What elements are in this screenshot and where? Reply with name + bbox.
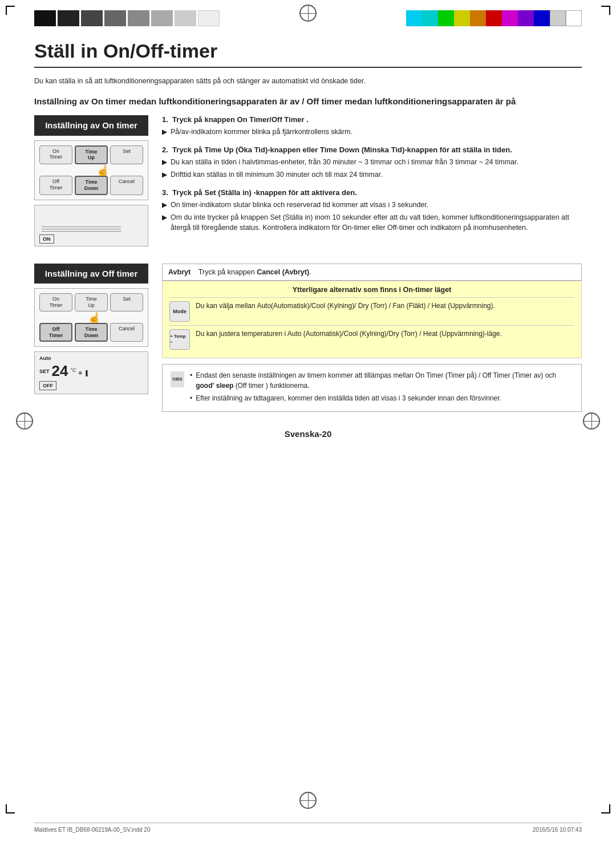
note-item-2: • Efter inställning av tidtagaren, komme… — [190, 393, 573, 403]
set-label: SET — [39, 369, 50, 374]
feature-row-1: Mode Du kan välja mellan Auto(Automatisk… — [169, 297, 574, 322]
auto-row: Auto — [39, 355, 143, 361]
off-timer-buttons-row2: OffTimer TimeDown Cancel — [39, 323, 143, 342]
top-black-bar — [34, 10, 220, 26]
step-1: 1. Tryck på knappen On Timer/Off Timer .… — [162, 115, 582, 137]
compass-top — [299, 5, 317, 22]
temp-icon: + Temp − — [169, 329, 190, 350]
page-title: Ställ in On/Off-timer — [34, 40, 582, 68]
off-timer-right: Avbryt Tryck på knappen Cancel (Avbryt).… — [162, 264, 582, 412]
intro-text: Du kan ställa in så att luftkonditioneri… — [34, 77, 582, 85]
corner-mark-tr — [601, 6, 610, 15]
btn-cancel-2[interactable]: Cancel — [110, 323, 143, 342]
on-label: ON — [39, 234, 54, 244]
step-1-header: 1. Tryck på knappen On Timer/Off Timer . — [162, 115, 582, 124]
avbryt-row: Avbryt Tryck på knappen Cancel (Avbryt). — [162, 264, 582, 281]
feature-2-text: Du kan justera temperaturen i Auto (Auto… — [196, 329, 502, 339]
step-2-bullet-1: ▶ Du kan ställa in tiden i halvtimmas-en… — [162, 157, 582, 168]
on-timer-buttons-row1: OnTimer TimeUp Set — [39, 145, 143, 165]
off-label: OFF — [39, 381, 56, 390]
btn-on-timer-2[interactable]: OnTimer — [39, 293, 72, 311]
arrow-icon-5: ▶ — [162, 213, 167, 233]
on-timer-steps: 1. Tryck på knappen On Timer/Off Timer .… — [162, 115, 582, 246]
on-timer-left: Inställning av On timer OnTimer TimeUp S… — [34, 115, 148, 246]
corner-mark-bl — [6, 804, 15, 813]
arrow-icon-4: ▶ — [162, 200, 167, 211]
note-bullet-1: • — [190, 370, 192, 391]
step-3: 3. Tryck på Set (Ställa in) -knappen för… — [162, 188, 582, 233]
off-timer-display: Auto SET 24 °C ❄ ▐ OFF — [34, 351, 148, 394]
note-item-1: • Endast den senaste inställningen av ti… — [190, 370, 573, 391]
on-timer-remote: OnTimer TimeUp Set ☝ OffTimer TimeDown C… — [34, 140, 148, 200]
section-heading: Inställning av On timer medan luftkondit… — [34, 95, 582, 107]
temp-number: 24 — [52, 362, 68, 380]
mode-icon: Mode — [169, 301, 190, 322]
btn-off-timer-2[interactable]: OffTimer — [39, 323, 72, 342]
avbryt-text: Tryck på knappen Cancel (Avbryt). — [198, 268, 311, 276]
obs-icon: OBS — [171, 371, 184, 387]
arrow-icon-3: ▶ — [162, 170, 167, 180]
off-timer-buttons-row1: OnTimer TimeUp Set — [39, 293, 143, 311]
step-1-bullet-1: ▶ På/av-indikatorn kommer blinka på fjär… — [162, 127, 582, 137]
yellow-box-title: Ytterligare alternativ som finns i On-ti… — [169, 286, 574, 294]
main-content: Ställ in On/Off-timer Du kan ställa in s… — [34, 40, 582, 808]
btn-set[interactable]: Set — [110, 145, 143, 165]
corner-mark-tl — [6, 6, 15, 15]
compass-right — [583, 412, 600, 430]
footer-left: Maldives ET IB_DB68-06219A-00_SV.indd 20 — [34, 827, 150, 833]
feature-row-2: + Temp − Du kan justera temperaturen i A… — [169, 325, 574, 350]
note-box: OBS • Endast den senaste inställningen a… — [162, 364, 582, 412]
note-bullet-2: • — [190, 393, 192, 403]
footer: Maldives ET IB_DB68-06219A-00_SV.indd 20… — [34, 823, 582, 833]
btn-time-up[interactable]: TimeUp — [75, 145, 108, 165]
off-timer-remote: OnTimer TimeUp Set ☝ OffTimer TimeDown C… — [34, 288, 148, 347]
yellow-box: Ytterligare alternativ som finns i On-ti… — [162, 281, 582, 358]
step-3-header: 3. Tryck på Set (Ställa in) -knappen för… — [162, 188, 582, 197]
avbryt-label: Avbryt — [168, 268, 191, 276]
btn-time-down-2[interactable]: TimeDown — [75, 323, 108, 342]
on-timer-section: Inställning av On timer OnTimer TimeUp S… — [34, 115, 582, 246]
page-number: Svenska-20 — [34, 429, 582, 439]
step-3-bullet-2: ▶ Om du inte trycker på knappen Set (Stä… — [162, 213, 582, 233]
btn-cancel-1[interactable]: Cancel — [110, 176, 143, 195]
btn-on-timer[interactable]: OnTimer — [39, 145, 72, 165]
step-2-bullet-2: ▶ Drifttid kan ställas in till minimum 3… — [162, 170, 582, 180]
arrow-icon-2: ▶ — [162, 157, 167, 168]
arrow-icon-1: ▶ — [162, 127, 167, 137]
on-timer-buttons-row2: OffTimer TimeDown Cancel — [39, 176, 143, 195]
btn-time-up-2[interactable]: TimeUp — [75, 293, 108, 311]
compass-left — [16, 412, 33, 430]
btn-set-2[interactable]: Set — [110, 293, 143, 311]
feature-1-text: Du kan välja mellan Auto(Automatisk)/Coo… — [196, 301, 495, 311]
off-timer-section: Inställning av Off timer OnTimer TimeUp … — [34, 264, 582, 412]
set-row: SET 24 °C ❄ ▐ — [39, 362, 143, 380]
corner-mark-br — [601, 804, 610, 813]
note-content: • Endast den senaste inställningen av ti… — [190, 370, 573, 406]
btn-off-timer-1[interactable]: OffTimer — [39, 176, 72, 195]
btn-time-down-1[interactable]: TimeDown — [75, 176, 108, 195]
celsius-label: °C ❄ ▐ — [70, 367, 87, 376]
on-timer-display: ON — [34, 205, 148, 246]
footer-right: 2016/5/16 10:07:43 — [533, 827, 582, 833]
step-2-header: 2. Tryck på Time Up (Öka Tid)-knappen el… — [162, 145, 582, 154]
top-color-bar — [406, 10, 582, 26]
step-3-bullet-1: ▶ On timer-indikatorn slutar blinka och … — [162, 200, 582, 211]
step-2: 2. Tryck på Time Up (Öka Tid)-knappen el… — [162, 145, 582, 180]
off-timer-left: Inställning av Off timer OnTimer TimeUp … — [34, 264, 148, 412]
off-timer-label-box: Inställning av Off timer — [34, 264, 148, 284]
on-timer-label-box: Inställning av On timer — [34, 115, 148, 136]
